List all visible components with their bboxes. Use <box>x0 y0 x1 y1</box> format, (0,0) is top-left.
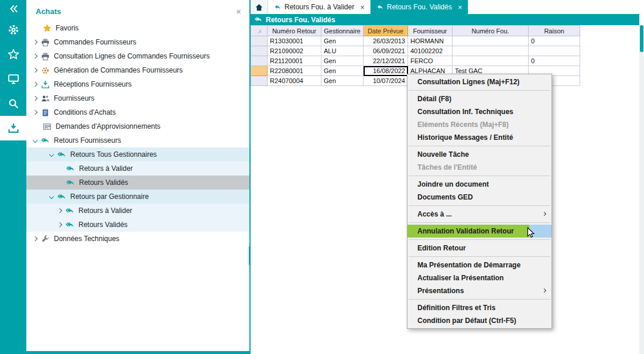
home-tab[interactable] <box>251 0 268 14</box>
cell[interactable]: 0 <box>529 36 580 46</box>
menu-item-ma-presentation-demarrage[interactable]: Ma Présentation de Démarrage <box>407 259 551 271</box>
sidebar-item-retours-fournisseurs[interactable]: Retours Fournisseurs <box>26 133 249 147</box>
column-header-fournisseur[interactable]: Fournisseur <box>408 26 453 36</box>
wrench-icon <box>41 235 50 243</box>
sidebar-item-consultation-lignes[interactable]: Consultation Lignes de Commandes Fournis… <box>26 49 249 63</box>
cell[interactable] <box>453 36 529 46</box>
menu-item-definition-filtres-tris[interactable]: Définition Filtres et Tris <box>407 301 551 314</box>
cell[interactable]: FERCO <box>408 56 453 66</box>
cell-focused[interactable]: 16/08/2022 <box>364 66 408 76</box>
menu-item-historique-messages[interactable]: Historique Messages / Entité <box>407 131 551 144</box>
cell[interactable]: 26/03/2013 <box>364 36 408 46</box>
cell[interactable]: R21090002 <box>268 46 321 56</box>
tab-bar: Retours Fou. à Valider × Retours Fou. Va… <box>251 0 644 14</box>
menu-item-condition-par-defaut[interactable]: Condition par Défaut (Ctrl-F5) <box>407 314 551 327</box>
sidebar-item-retours-valides-tous[interactable]: Retours Validés <box>26 176 249 190</box>
sidebar-item-fournisseurs[interactable]: Fournisseurs <box>26 91 249 105</box>
row-selector[interactable] <box>251 46 268 56</box>
tree-item-label: Conditions d'Achats <box>54 108 116 116</box>
vertical-scrollbar[interactable] <box>639 25 644 354</box>
chevron-right-icon <box>33 110 37 115</box>
cell[interactable]: Gen <box>321 56 364 66</box>
cell[interactable]: R24070004 <box>268 76 321 86</box>
row-selector-header[interactable] <box>251 26 268 36</box>
sidebar-item-retours-a-valider-par-gest[interactable]: Retours à Valider <box>26 204 249 218</box>
column-header-raison[interactable]: Raison <box>529 26 580 36</box>
column-header-numero-fou[interactable]: Numéro Fou. <box>453 26 529 36</box>
row-selector[interactable] <box>251 36 268 46</box>
menu-item-presentations[interactable]: Présentations <box>407 284 551 297</box>
menu-item-edition-retour[interactable]: Edition Retour <box>407 242 551 255</box>
chevron-right-icon <box>33 96 37 101</box>
menu-item-detail[interactable]: Détail (F8) <box>407 92 551 105</box>
menu-item-joindre-document[interactable]: Joindre un document <box>407 178 551 191</box>
column-header-date-prevue[interactable]: Date Prévue <box>364 26 408 36</box>
sidebar-item-generation-commandes[interactable]: Génération de Commandes Fournisseurs <box>26 63 249 77</box>
cell[interactable]: 06/09/2021 <box>364 46 408 56</box>
menu-item-label: Eléments Récents (Maj+F8) <box>417 121 509 129</box>
return-arrows-icon <box>66 207 74 215</box>
newspaper-icon <box>43 122 52 131</box>
tab-retours-a-valider[interactable]: Retours Fou. à Valider × <box>268 0 371 14</box>
cell[interactable]: 10/07/2024 <box>364 76 408 86</box>
menu-item-label: Présentations <box>417 287 464 295</box>
sidebar-item-retours-a-valider-tous[interactable]: Retours à Valider <box>26 161 249 176</box>
row-selector[interactable] <box>251 56 268 66</box>
menu-item-consultation-lignes[interactable]: Consultation Lignes (Maj+F12) <box>407 75 551 88</box>
column-header-gestionnaire[interactable]: Gestionnaire <box>321 26 364 36</box>
desktop-button[interactable] <box>0 67 26 91</box>
chevron-down-icon <box>49 152 54 157</box>
sidebar-item-retours-tous-gestionnaires[interactable]: Retours Tous Gestionnaires <box>26 147 249 161</box>
return-arrows-icon <box>57 193 66 201</box>
cell[interactable]: 0 <box>529 56 580 66</box>
cell[interactable]: 22/12/2021 <box>364 56 408 66</box>
tab-retours-valides[interactable]: Retours Fou. Validés × <box>371 0 468 14</box>
cell[interactable]: HORMANN <box>408 36 453 46</box>
sidebar-bottom-scrollbar[interactable] <box>26 351 249 354</box>
sidebar-panel: Achats × Favoris Commandes Fournisseurs … <box>26 0 249 351</box>
sidebar-item-conditions-achats[interactable]: Conditions d'Achats <box>26 105 249 119</box>
generate-gear-icon <box>41 66 50 75</box>
sidebar-item-favoris[interactable]: Favoris <box>26 21 249 35</box>
cell[interactable]: Gen <box>321 36 364 46</box>
star-icon <box>8 49 19 60</box>
cell[interactable]: Gen <box>321 66 364 76</box>
sidebar-item-retours-valides-par-gest[interactable]: Retours Validés <box>26 218 249 232</box>
cell[interactable] <box>453 56 529 66</box>
cell[interactable]: R21120001 <box>268 56 321 66</box>
search-button[interactable] <box>0 91 26 116</box>
scrollbar-thumb[interactable] <box>640 25 643 52</box>
sidebar-item-donnees-techniques[interactable]: Données Techniques <box>26 232 249 246</box>
menu-item-actualiser-presentation[interactable]: Actualiser la Présentation <box>407 271 551 284</box>
menu-item-documents-ged[interactable]: Documents GED <box>407 191 551 204</box>
menu-item-nouvelle-tache[interactable]: Nouvelle Tâche <box>407 148 551 161</box>
cell[interactable]: Gen <box>321 76 364 86</box>
sidebar-item-demandes-approvisionnements[interactable]: Demandes d'Approvisionnements <box>26 119 249 133</box>
row-selector[interactable] <box>251 76 268 86</box>
submenu-arrow-icon <box>542 288 546 293</box>
menu-item-consultation-inf-techniques[interactable]: Consultation Inf. Techniques <box>407 105 551 118</box>
context-menu: Consultation Lignes (Maj+F12) Détail (F8… <box>407 74 552 329</box>
tab-close-icon[interactable]: × <box>458 3 463 12</box>
purchases-module-button[interactable] <box>0 116 26 140</box>
cell[interactable] <box>529 46 580 56</box>
sidebar-close-button[interactable]: × <box>236 7 241 16</box>
cell[interactable]: 401002202 <box>408 46 453 56</box>
cell[interactable]: R13030001 <box>268 36 321 46</box>
sidebar-item-retours-par-gestionnaire[interactable]: Retours par Gestionnaire <box>26 190 249 204</box>
settings-button[interactable] <box>0 18 26 42</box>
cell[interactable]: ALU <box>321 46 364 56</box>
menu-item-acces-a[interactable]: Accès à ... <box>407 208 551 221</box>
sidebar-item-receptions-fournisseurs[interactable]: Réceptions Fournisseurs <box>26 77 249 91</box>
clipboard-icon <box>41 108 50 117</box>
cell[interactable] <box>453 46 529 56</box>
tree-item-label: Consultation Lignes de Commandes Fournis… <box>54 52 210 60</box>
column-header-numero-retour[interactable]: Numéro Retour <box>268 26 321 36</box>
row-selector-selected[interactable] <box>251 66 268 76</box>
cell[interactable]: R22080001 <box>268 66 321 76</box>
sidebar-item-commandes-fournisseurs[interactable]: Commandes Fournisseurs <box>26 35 249 49</box>
tab-close-icon[interactable]: × <box>360 3 365 12</box>
menu-separator <box>409 146 550 146</box>
favorites-button[interactable] <box>0 42 26 67</box>
collapse-panel-button[interactable] <box>0 0 26 18</box>
